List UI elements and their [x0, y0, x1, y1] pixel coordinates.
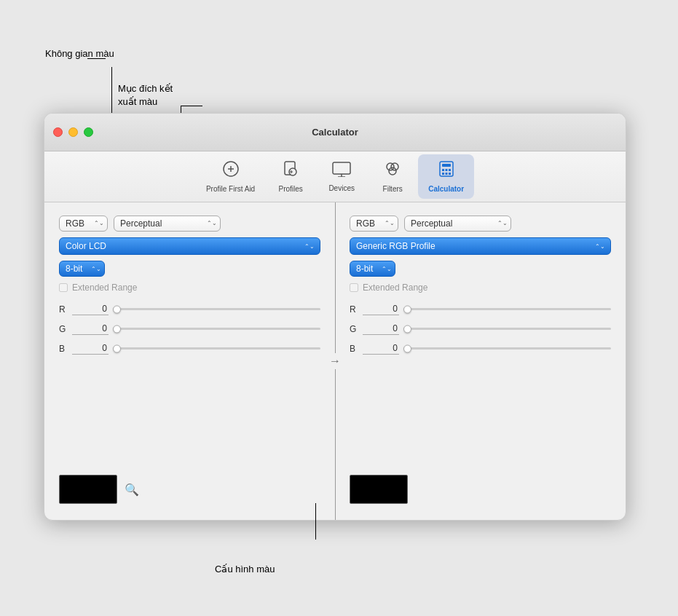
- profile-first-aid-icon: [222, 160, 240, 182]
- right-channel-r-track: [403, 308, 611, 310]
- left-channel-r-row: R: [59, 303, 320, 315]
- left-channel-b-label: B: [59, 344, 68, 354]
- right-bitdepth-wrapper: 8-bit 16-bit 32-bit: [350, 261, 395, 277]
- left-channel-b-slider-container: [113, 344, 320, 354]
- svg-rect-15: [449, 169, 451, 171]
- annotation-line-bottom: [315, 503, 316, 540]
- left-color-swatch: [59, 475, 117, 504]
- window-title: Calculator: [312, 127, 358, 138]
- left-channel-r-thumb[interactable]: [113, 305, 121, 313]
- right-channel-b-input[interactable]: [363, 342, 399, 355]
- right-channel-g-label: G: [350, 324, 358, 334]
- left-channel-section: R G: [59, 303, 320, 355]
- right-profile-select[interactable]: Color LCD Generic RGB Profile sRGB IEC61…: [350, 237, 611, 255]
- svg-rect-18: [449, 173, 451, 175]
- maximize-button[interactable]: [84, 127, 93, 137]
- right-swatch-row: [350, 475, 611, 507]
- left-colorspace-select[interactable]: RGB CMYK Lab: [59, 216, 108, 232]
- right-color-swatch: [350, 475, 408, 504]
- svg-rect-5: [333, 162, 350, 174]
- minimize-button[interactable]: [68, 127, 78, 137]
- left-extended-range-label: Extended Range: [72, 283, 137, 293]
- toolbar-item-profile-first-aid[interactable]: Profile First Aid: [196, 154, 265, 199]
- right-extended-range-row: Extended Range: [350, 283, 611, 293]
- right-channel-b-row: B: [350, 342, 611, 355]
- left-profile-select[interactable]: Color LCD Generic RGB Profile sRGB IEC61…: [59, 237, 320, 255]
- left-channel-r-slider-container: [113, 304, 320, 315]
- left-channel-r-track: [113, 308, 320, 310]
- traffic-lights: [53, 127, 93, 137]
- right-rendering-intent-select[interactable]: Perceptual Relative Colorimetric Saturat…: [404, 216, 511, 232]
- calculator-icon: [438, 160, 454, 182]
- right-extended-range-label: Extended Range: [363, 283, 427, 293]
- left-rendering-intent-wrapper: Perceptual Relative Colorimetric Saturat…: [114, 216, 221, 232]
- toolbar-item-filters[interactable]: Filters: [367, 154, 418, 199]
- right-channel-b-thumb[interactable]: [403, 344, 411, 352]
- left-panel: RGB CMYK Lab Perceptual Relative Colorim…: [59, 216, 335, 507]
- titlebar: Calculator: [44, 114, 626, 151]
- right-channel-r-thumb[interactable]: [403, 305, 411, 313]
- toolbar-item-calculator[interactable]: Calculator: [418, 154, 474, 199]
- right-bitdepth-select[interactable]: 8-bit 16-bit 32-bit: [350, 261, 395, 277]
- left-channel-b-track: [113, 347, 320, 350]
- right-channel-g-input[interactable]: [363, 323, 399, 335]
- annotation-line-h2: [181, 106, 202, 106]
- left-swatch-row: 🔍: [59, 475, 320, 507]
- right-colorspace-select[interactable]: RGB CMYK Lab: [350, 216, 398, 232]
- left-channel-r-input[interactable]: [72, 303, 109, 315]
- toolbar-item-devices[interactable]: Devices: [316, 155, 367, 198]
- toolbar-label-profile-first-aid: Profile First Aid: [206, 185, 255, 193]
- right-channel-r-label: R: [350, 304, 358, 315]
- svg-rect-16: [442, 173, 444, 175]
- left-extended-range-row: Extended Range: [59, 283, 320, 293]
- annotation-line-h1: [87, 58, 106, 59]
- close-button[interactable]: [53, 127, 63, 137]
- annotation-rendering-intent: Mục đích kếtxuất màu: [118, 69, 173, 109]
- right-channel-g-thumb[interactable]: [403, 325, 411, 333]
- svg-point-10: [389, 167, 396, 175]
- right-channel-r-input[interactable]: [363, 303, 399, 315]
- left-bitdepth-row: 8-bit 16-bit 32-bit: [59, 261, 320, 277]
- right-channel-g-track: [403, 328, 611, 330]
- content-area: RGB CMYK Lab Perceptual Relative Colorim…: [44, 202, 626, 520]
- toolbar: Profile First Aid Profiles Devices: [44, 151, 626, 202]
- left-controls-row-1: RGB CMYK Lab Perceptual Relative Colorim…: [59, 216, 320, 232]
- right-extended-range-checkbox[interactable]: [350, 283, 358, 292]
- right-controls-row-1: RGB CMYK Lab Perceptual Relative Colorim…: [350, 216, 611, 232]
- left-bitdepth-select[interactable]: 8-bit 16-bit 32-bit: [59, 261, 105, 277]
- left-channel-b-thumb[interactable]: [113, 344, 121, 352]
- right-profile-wrapper: Color LCD Generic RGB Profile sRGB IEC61…: [350, 237, 611, 255]
- left-channel-b-input[interactable]: [72, 342, 109, 355]
- left-rendering-intent-select[interactable]: Perceptual Relative Colorimetric Saturat…: [114, 216, 221, 232]
- toolbar-label-filters: Filters: [383, 185, 403, 193]
- svg-rect-17: [445, 173, 447, 175]
- right-channel-section: R G: [350, 303, 611, 355]
- left-channel-g-slider-container: [113, 324, 320, 334]
- left-extended-range-checkbox[interactable]: [59, 283, 68, 292]
- right-channel-b-label: B: [350, 344, 358, 354]
- toolbar-label-devices: Devices: [328, 184, 355, 192]
- left-channel-g-input[interactable]: [72, 323, 109, 335]
- toolbar-label-calculator: Calculator: [428, 185, 464, 193]
- panel-arrow: →: [326, 353, 344, 369]
- right-channel-r-row: R: [350, 303, 611, 315]
- right-channel-r-slider-container: [403, 304, 611, 315]
- profiles-icon: [283, 160, 299, 182]
- right-channel-g-row: G: [350, 323, 611, 335]
- toolbar-item-profiles[interactable]: Profiles: [265, 154, 316, 199]
- toolbar-label-profiles: Profiles: [278, 185, 302, 193]
- right-panel: RGB CMYK Lab Perceptual Relative Colorim…: [335, 216, 611, 507]
- left-colorspace-wrapper: RGB CMYK Lab: [59, 216, 108, 232]
- right-channel-b-track: [403, 347, 611, 350]
- left-channel-r-label: R: [59, 304, 68, 315]
- magnify-icon[interactable]: 🔍: [125, 483, 139, 497]
- svg-rect-12: [442, 164, 451, 167]
- left-channel-g-thumb[interactable]: [113, 325, 121, 333]
- right-rendering-intent-wrapper: Perceptual Relative Colorimetric Saturat…: [404, 216, 511, 232]
- devices-icon: [331, 161, 352, 181]
- svg-rect-14: [445, 169, 447, 171]
- left-channel-b-row: B: [59, 342, 320, 355]
- right-channel-g-slider-container: [403, 324, 611, 334]
- left-channel-g-label: G: [59, 324, 68, 334]
- right-bitdepth-row: 8-bit 16-bit 32-bit: [350, 261, 611, 277]
